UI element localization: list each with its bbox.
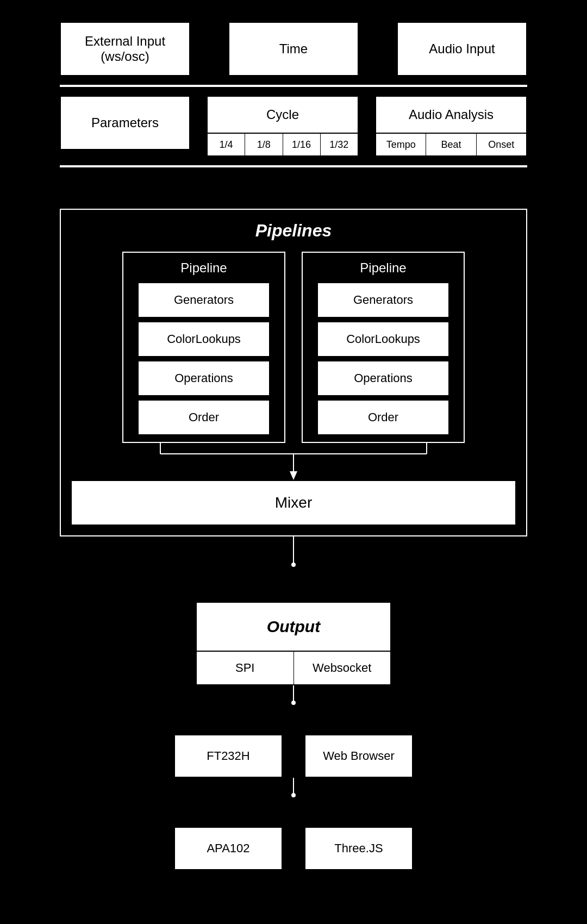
top-divider (60, 85, 527, 87)
pipelines-outer: Pipelines Pipeline Generators ColorLooku… (60, 209, 527, 536)
pipeline-2-generators: Generators (318, 283, 448, 317)
apa102-box: APA102 (174, 827, 283, 870)
output-spi: SPI (197, 652, 294, 684)
pipeline-2-order: Order (318, 401, 448, 434)
cycle-label: Cycle (266, 107, 299, 122)
beat-item: Beat (426, 134, 476, 155)
output-row-2: APA102 Three.JS (174, 827, 413, 870)
tempo-item: Tempo (376, 134, 426, 155)
pipeline-1-colorlookups: ColorLookups (139, 322, 269, 356)
svg-marker-5 (290, 471, 297, 480)
cycle-container: Cycle 1/4 1/8 1/16 1/32 (207, 96, 359, 157)
svg-point-11 (291, 793, 296, 797)
pipelines-to-output-connector (288, 536, 299, 569)
cycle-thirtysecond: 1/32 (321, 134, 358, 155)
audio-analysis-container: Audio Analysis Tempo Beat Onset (375, 96, 527, 157)
pipeline-1-order: Order (139, 401, 269, 434)
threejs-box: Three.JS (304, 827, 413, 870)
onset-item: Onset (477, 134, 526, 155)
audio-input-box: Audio Input (397, 22, 527, 76)
row1-to-row2-connector (288, 778, 299, 800)
audio-input-label: Audio Input (429, 41, 495, 57)
output-row-1: FT232H Web Browser (174, 734, 413, 778)
mixer-label: Mixer (275, 494, 312, 511)
parameters-box: Parameters (60, 96, 190, 150)
second-divider (60, 165, 527, 167)
output-section: Output SPI Websocket FT232H Web Browser (174, 602, 413, 870)
external-input-box: External Input(ws/osc) (60, 22, 190, 76)
audio-analysis-label: Audio Analysis (409, 107, 494, 122)
pipelines-inner: Pipeline Generators ColorLookups Operati… (72, 252, 515, 443)
external-input-label: External Input(ws/osc) (85, 34, 165, 64)
parameters-label: Parameters (91, 115, 159, 130)
svg-point-9 (291, 701, 296, 705)
pipeline-2: Pipeline Generators ColorLookups Operati… (302, 252, 465, 443)
web-browser-box: Web Browser (304, 734, 413, 778)
pipeline-2-colorlookups: ColorLookups (318, 322, 448, 356)
pipelines-title: Pipelines (255, 221, 332, 241)
svg-point-7 (291, 563, 296, 567)
pipeline-1-generators: Generators (139, 283, 269, 317)
mixer-section: Mixer (72, 481, 515, 535)
pipeline-2-operations: Operations (318, 361, 448, 395)
output-sub: SPI Websocket (196, 651, 391, 685)
pipeline-2-title: Pipeline (360, 260, 406, 276)
audio-analysis-sub: Tempo Beat Onset (375, 133, 527, 157)
cycle-sixteenth: 1/16 (283, 134, 321, 155)
time-box: Time (228, 22, 359, 76)
pipeline-arrows (71, 443, 516, 481)
cycle-sub: 1/4 1/8 1/16 1/32 (207, 133, 359, 157)
audio-analysis-box: Audio Analysis (375, 96, 527, 133)
output-to-row1-connector (288, 685, 299, 707)
cycle-quarter: 1/4 (208, 134, 245, 155)
time-label: Time (279, 41, 308, 57)
cycle-box: Cycle (207, 96, 359, 133)
pipeline-1-operations: Operations (139, 361, 269, 395)
cycle-eighth: 1/8 (245, 134, 283, 155)
output-title: Output (267, 617, 320, 636)
output-title-box: Output (196, 602, 391, 651)
pipeline-1: Pipeline Generators ColorLookups Operati… (122, 252, 285, 443)
output-websocket: Websocket (294, 652, 391, 684)
pipeline-1-title: Pipeline (180, 260, 227, 276)
ft232h-box: FT232H (174, 734, 283, 778)
mixer-box: Mixer (72, 481, 515, 525)
